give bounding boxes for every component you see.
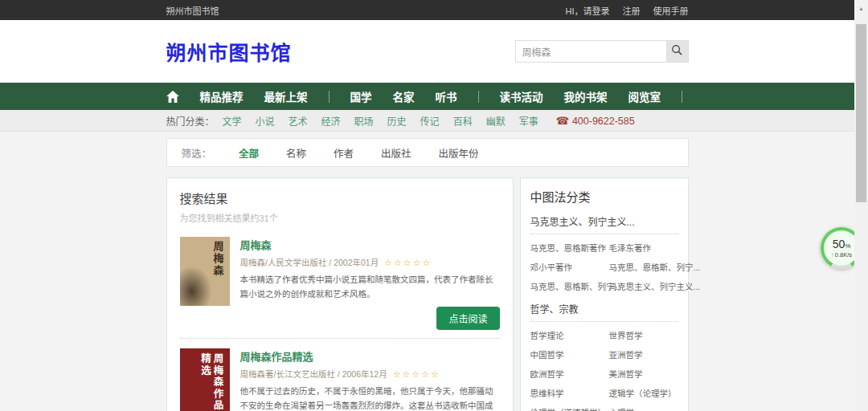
nav-item-my-bookshelf[interactable]: 我的书架 bbox=[564, 88, 608, 104]
topbar: 朔州市图书馆 HI，请登录 注册 使用手册 bbox=[0, 0, 854, 20]
nav-item-sinology[interactable]: 国学 bbox=[350, 88, 372, 104]
phone-icon: ☎ bbox=[556, 115, 569, 127]
book-title-link[interactable]: 周梅森 bbox=[240, 237, 272, 252]
filter-option-year[interactable]: 出版年份 bbox=[439, 145, 479, 161]
hot-link-encyclopedia[interactable]: 百科 bbox=[453, 114, 473, 128]
classification-link[interactable]: 美洲哲学 bbox=[609, 368, 678, 380]
hot-link-biography[interactable]: 传记 bbox=[420, 114, 440, 128]
book-description: 本书精选了作者优秀中篇小说五篇和随笔散文四篇，代表了作者除长篇小说之外的创作成就… bbox=[240, 272, 500, 302]
filter-option-all[interactable]: 全部 bbox=[239, 145, 259, 161]
magnifier-icon bbox=[671, 44, 683, 59]
classification-link[interactable]: 马克思、恩格斯著作 bbox=[530, 242, 609, 254]
scrollbar[interactable]: ▲ bbox=[854, 0, 868, 411]
filter-option-publisher[interactable]: 出版社 bbox=[381, 145, 411, 161]
results-title: 搜索结果 bbox=[180, 189, 500, 206]
result-item: 周梅森作品精选 周梅森作品精选 周梅森著/长江文艺出版社 / 2006年12月 … bbox=[180, 338, 500, 411]
home-icon[interactable] bbox=[166, 91, 179, 103]
hot-link-fiction[interactable]: 小说 bbox=[256, 114, 275, 128]
classification-link[interactable]: 世界哲学 bbox=[609, 329, 678, 341]
scroll-up-arrow[interactable]: ▲ bbox=[854, 0, 868, 19]
hot-category-links: 文学 小说 艺术 经济 职场 历史 传记 百科 幽默 军事 bbox=[223, 114, 538, 128]
classification-link[interactable]: 欧洲哲学 bbox=[530, 368, 609, 380]
classification-link[interactable]: 心理学 bbox=[609, 406, 678, 411]
classification-link[interactable]: 邓小平著作 bbox=[530, 261, 609, 273]
progress-percent: 50% bbox=[833, 238, 851, 250]
scrollbar-thumb[interactable] bbox=[856, 24, 866, 202]
classification-title: 中图法分类 bbox=[530, 188, 678, 205]
results-summary: 为您找到相关结果约31个 bbox=[180, 211, 500, 224]
classification-link[interactable]: 思维科学 bbox=[530, 387, 609, 399]
result-item: 周梅森 周梅森 周梅森/人民文学出版社 / 2002年01月 ☆☆☆☆☆ 本书精… bbox=[180, 227, 500, 338]
hot-link-humor[interactable]: 幽默 bbox=[486, 114, 506, 128]
hot-categories-bar: 热门分类： 文学 小说 艺术 经济 职场 历史 传记 百科 幽默 军事 ☎ 40… bbox=[0, 110, 854, 132]
classification-section-heading[interactable]: 哲学、宗教 bbox=[530, 302, 678, 322]
classification-link[interactable]: 逻辑学（论理学） bbox=[609, 387, 678, 399]
classification-link[interactable]: 伦理学（道德哲学） bbox=[530, 406, 609, 411]
nav-divider bbox=[682, 91, 682, 103]
book-cover[interactable]: 周梅森作品精选 bbox=[180, 348, 230, 411]
main-content: 搜索结果 为您找到相关结果约31个 周梅森 周梅森 周梅森/人民文学出版社 / … bbox=[166, 177, 689, 411]
search-bar bbox=[515, 40, 689, 63]
hot-link-economics[interactable]: 经济 bbox=[321, 114, 341, 128]
classification-link[interactable]: 哲学理论 bbox=[530, 329, 609, 341]
classification-section: 马克思主义、列宁主义... 马克思、恩格斯著作 毛泽东著作 邓小平著作 马克思、… bbox=[530, 214, 678, 292]
nav-item-new-arrivals[interactable]: 最新上架 bbox=[264, 88, 308, 104]
site-logo[interactable]: 朔州市图书馆 bbox=[166, 37, 292, 66]
classification-link[interactable]: 马克思、恩格斯、列宁... bbox=[530, 280, 609, 292]
read-button[interactable]: 点击阅读 bbox=[436, 307, 499, 330]
book-title-link[interactable]: 周梅森作品精选 bbox=[240, 348, 313, 364]
phone-number: 400-9622-585 bbox=[572, 116, 635, 127]
filter-option-author[interactable]: 作者 bbox=[334, 145, 354, 161]
browser-viewport: 朔州市图书馆 HI，请登录 注册 使用手册 朔州市图书馆 bbox=[0, 0, 854, 411]
hot-link-art[interactable]: 艺术 bbox=[289, 114, 308, 128]
search-results-panel: 搜索结果 为您找到相关结果约31个 周梅森 周梅森 周梅森/人民文学出版社 / … bbox=[166, 177, 514, 411]
classification-link[interactable]: 毛泽东著作 bbox=[609, 242, 701, 254]
filter-option-name[interactable]: 名称 bbox=[286, 145, 306, 161]
classification-section: 哲学、宗教 哲学理论 世界哲学 中国哲学 亚洲哲学 欧洲哲学 美洲哲学 思维科学… bbox=[530, 302, 678, 411]
header: 朔州市图书馆 bbox=[0, 20, 854, 83]
hot-categories-label: 热门分类： bbox=[166, 114, 215, 128]
nav-item-featured[interactable]: 精品推荐 bbox=[200, 88, 244, 104]
classification-link[interactable]: 亚洲哲学 bbox=[609, 348, 678, 360]
filter-bar: 筛选： 全部 名称 作者 出版社 出版年份 bbox=[166, 138, 689, 167]
classification-link[interactable]: 马克思主义、列宁主义... bbox=[609, 280, 701, 292]
manual-link[interactable]: 使用手册 bbox=[653, 4, 689, 17]
login-link[interactable]: HI，请登录 bbox=[566, 4, 610, 17]
classification-panel: 中图法分类 马克思主义、列宁主义... 马克思、恩格斯著作 毛泽东著作 邓小平著… bbox=[520, 177, 689, 411]
rating-stars[interactable]: ☆☆☆☆☆ bbox=[384, 258, 432, 267]
main-nav: 精品推荐 最新上架 国学 名家 听书 读书活动 我的书架 阅览室 bbox=[0, 83, 854, 110]
up-arrow-icon: ↑ bbox=[831, 251, 834, 258]
filter-label: 筛选： bbox=[182, 145, 212, 161]
hot-link-history[interactable]: 历史 bbox=[387, 114, 407, 128]
book-description: 他不属于过去的历史，不属于永恒的黑暗，他只属于今天，他那骚动不安的生命在渴望着另… bbox=[240, 384, 500, 411]
search-input[interactable] bbox=[515, 40, 666, 63]
register-link[interactable]: 注册 bbox=[623, 4, 641, 17]
classification-link[interactable]: 中国哲学 bbox=[530, 348, 609, 360]
topbar-site-name: 朔州市图书馆 bbox=[166, 4, 219, 17]
nav-item-famous-authors[interactable]: 名家 bbox=[393, 88, 415, 104]
hot-link-military[interactable]: 军事 bbox=[519, 114, 538, 128]
nav-divider bbox=[329, 91, 330, 103]
topbar-links: HI，请登录 注册 使用手册 bbox=[566, 4, 689, 17]
search-button[interactable] bbox=[666, 40, 689, 63]
classification-link[interactable]: 马克思、恩格斯、列宁... bbox=[609, 261, 701, 273]
network-speed: ↑0.8K/s bbox=[831, 251, 852, 258]
book-meta: 周梅森著/长江文艺出版社 / 2006年12月 bbox=[240, 369, 387, 379]
nav-divider bbox=[478, 91, 479, 103]
service-phone: ☎ 400-9622-585 bbox=[556, 115, 635, 127]
hot-link-career[interactable]: 职场 bbox=[354, 114, 374, 128]
classification-section-heading[interactable]: 马克思主义、列宁主义... bbox=[530, 214, 678, 234]
cover-title-text: 周梅森 bbox=[211, 241, 226, 277]
book-cover[interactable]: 周梅森 bbox=[180, 237, 230, 306]
nav-item-reading-activities[interactable]: 读书活动 bbox=[500, 88, 543, 104]
cover-title-text: 周梅森作品精选 bbox=[198, 353, 223, 411]
book-meta: 周梅森/人民文学出版社 / 2002年01月 bbox=[240, 258, 379, 267]
nav-item-reading-room[interactable]: 阅览室 bbox=[628, 88, 661, 104]
nav-item-audiobooks[interactable]: 听书 bbox=[436, 88, 457, 104]
rating-stars[interactable]: ☆☆☆☆☆ bbox=[393, 369, 440, 379]
hot-link-literature[interactable]: 文学 bbox=[223, 114, 242, 128]
